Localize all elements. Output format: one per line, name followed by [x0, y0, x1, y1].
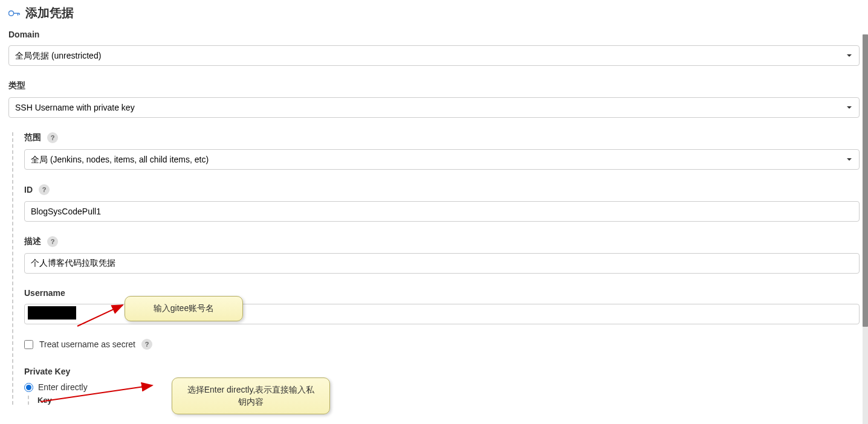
key-subsection: Key	[28, 396, 860, 405]
annotation-username-tip: 输入gitee账号名	[125, 296, 243, 321]
help-icon[interactable]: ?	[47, 132, 58, 143]
credential-details-section: 范围 ? 全局 (Jenkins, nodes, items, all chil…	[12, 132, 860, 405]
inner-scrollbar[interactable]	[863, 34, 868, 424]
key-icon	[8, 8, 21, 18]
help-icon[interactable]: ?	[141, 339, 152, 350]
domain-label: Domain	[8, 30, 860, 39]
domain-select[interactable]: 全局凭据 (unrestricted)	[8, 45, 860, 66]
private-key-group: Private Key Enter directly Key	[24, 367, 860, 405]
description-input[interactable]	[24, 253, 860, 274]
help-icon[interactable]: ?	[47, 236, 58, 247]
page-scroll-container[interactable]: 添加凭据 Domain 全局凭据 (unrestricted) 类型 SSH U…	[0, 0, 868, 424]
page-header: 添加凭据	[8, 5, 860, 21]
annotation-privatekey-tip: 选择Enter directly,表示直接输入私钥内容	[172, 377, 330, 414]
page-title: 添加凭据	[25, 5, 74, 21]
enter-directly-radio[interactable]	[24, 383, 33, 392]
scope-label-row: 范围 ?	[24, 132, 860, 143]
description-label: 描述	[24, 236, 41, 247]
description-group: 描述 ?	[24, 236, 860, 274]
help-icon[interactable]: ?	[39, 184, 50, 195]
key-label: Key	[37, 396, 860, 405]
id-label-row: ID ?	[24, 184, 860, 195]
id-group: ID ?	[24, 184, 860, 222]
type-group: 类型 SSH Username with private key	[8, 80, 860, 118]
redacted-username	[28, 306, 76, 320]
content-wrapper: 添加凭据 Domain 全局凭据 (unrestricted) 类型 SSH U…	[0, 0, 868, 417]
treat-secret-checkbox[interactable]	[24, 340, 33, 349]
id-input[interactable]	[24, 201, 860, 222]
private-key-label: Private Key	[24, 367, 860, 376]
enter-directly-label: Enter directly	[38, 382, 88, 392]
description-label-row: 描述 ?	[24, 236, 860, 247]
domain-group: Domain 全局凭据 (unrestricted)	[8, 30, 860, 66]
inner-scrollbar-thumb[interactable]	[863, 34, 868, 327]
treat-secret-label: Treat username as secret	[39, 339, 135, 349]
svg-point-0	[8, 10, 13, 15]
treat-secret-row: Treat username as secret ?	[24, 339, 860, 350]
type-label: 类型	[8, 80, 860, 91]
id-label: ID	[24, 185, 33, 194]
scope-label: 范围	[24, 132, 41, 143]
scope-group: 范围 ? 全局 (Jenkins, nodes, items, all chil…	[24, 132, 860, 170]
scope-select[interactable]: 全局 (Jenkins, nodes, items, all child ite…	[24, 149, 860, 170]
enter-directly-row: Enter directly	[24, 382, 860, 392]
type-select[interactable]: SSH Username with private key	[8, 97, 860, 118]
